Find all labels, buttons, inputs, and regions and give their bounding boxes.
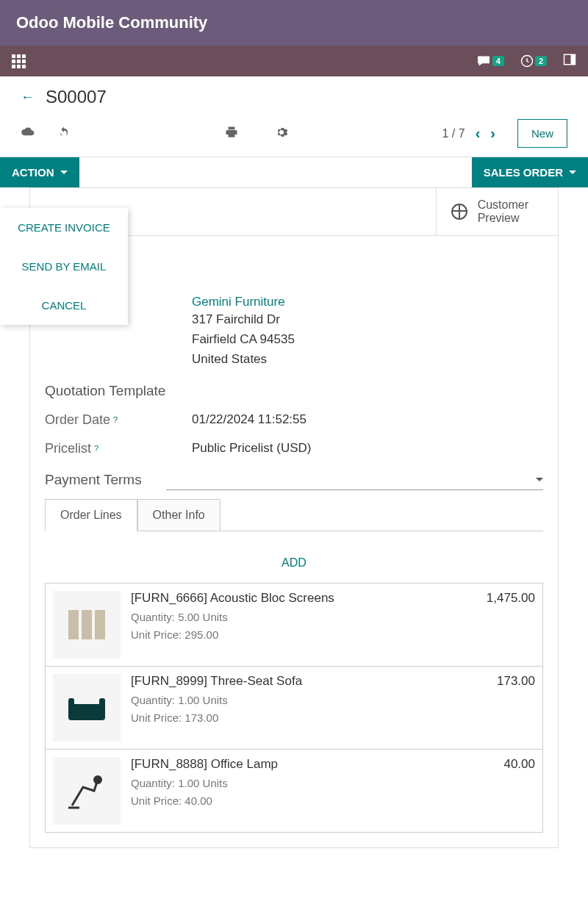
order-date-value: 01/22/2024 11:52:55 (192, 412, 543, 427)
printer-icon (225, 126, 238, 139)
panel-toggle-button[interactable] (563, 53, 576, 69)
svg-point-9 (93, 775, 102, 784)
payment-terms-select[interactable] (166, 470, 543, 490)
print-button[interactable] (225, 126, 238, 142)
quotation-template-label: Quotation Template (45, 383, 165, 399)
new-button[interactable]: New (517, 119, 567, 148)
action-menu: CREATE INVOICE SEND BY EMAIL CANCEL (0, 208, 128, 325)
action-create-invoice[interactable]: CREATE INVOICE (0, 208, 128, 247)
undo-icon (57, 126, 71, 139)
tab-other-info[interactable]: Other Info (137, 499, 220, 531)
tab-content: ADD [FURN_6666] Acoustic Bloc Screens Qu… (45, 531, 543, 833)
discard-button[interactable] (57, 126, 71, 142)
action-dropdown-button[interactable]: ACTION (0, 157, 79, 187)
svg-rect-3 (68, 610, 79, 639)
gear-icon (275, 126, 288, 139)
chevron-down-icon (536, 478, 543, 481)
tabs: Order Lines Other Info (45, 499, 543, 531)
svg-rect-2 (571, 54, 576, 65)
action-cancel[interactable]: CANCEL (0, 286, 128, 325)
pager-prev-button[interactable]: ‹ (476, 125, 481, 142)
sales-order-dropdown-button[interactable]: SALES ORDER (472, 157, 588, 187)
line-price: Unit Price: 295.00 (131, 626, 476, 644)
apps-icon[interactable] (12, 54, 26, 68)
line-price: Unit Price: 40.00 (131, 792, 493, 810)
chevron-down-icon (569, 171, 576, 174)
line-title: [FURN_8888] Office Lamp (131, 757, 493, 772)
svg-rect-7 (68, 698, 74, 713)
cloud-button[interactable] (21, 126, 35, 141)
chevron-down-icon (60, 171, 68, 174)
pager: 1 / 7 ‹ › (442, 125, 495, 142)
activities-button[interactable]: 2 (520, 54, 547, 68)
customer-preview-button[interactable]: Customer Preview (437, 188, 558, 235)
order-date-label: Order Date (45, 412, 110, 428)
activities-badge: 2 (535, 56, 547, 66)
customer-link[interactable]: Gemini Furniture (192, 295, 543, 309)
address-line-1: 317 Fairchild Dr (192, 309, 543, 329)
app-title: Odoo Mobile Community (16, 13, 207, 32)
line-total: 1,475.00 (487, 591, 535, 659)
order-line-row[interactable]: [FURN_8999] Three-Seat Sofa Quantity: 1.… (46, 667, 542, 750)
order-lines-list: [FURN_6666] Acoustic Bloc Screens Quanti… (45, 583, 543, 833)
order-line-row[interactable]: [FURN_8888] Office Lamp Quantity: 1.00 U… (46, 750, 542, 832)
cloud-icon (21, 126, 35, 138)
help-icon[interactable]: ? (94, 444, 98, 453)
order-line-row[interactable]: [FURN_6666] Acoustic Bloc Screens Quanti… (46, 584, 542, 667)
line-price: Unit Price: 173.00 (131, 709, 487, 727)
line-total: 40.00 (503, 757, 535, 825)
line-qty: Quantity: 1.00 Units (131, 692, 487, 709)
status-bar: ACTION SALES ORDER (0, 157, 588, 187)
pager-text: 1 / 7 (442, 127, 465, 140)
product-image (53, 591, 121, 659)
chat-icon (476, 55, 491, 67)
messages-badge: 4 (492, 56, 504, 66)
app-header: Odoo Mobile Community (0, 0, 588, 46)
preview-label-2: Preview (478, 212, 528, 225)
product-image (53, 674, 121, 742)
line-title: [FURN_8999] Three-Seat Sofa (131, 674, 487, 689)
line-total: 173.00 (497, 674, 535, 742)
record-title: S00007 (46, 87, 107, 107)
form-body: Customer Gemini Furniture 317 Fairchild … (30, 236, 558, 847)
globe-icon (451, 204, 467, 220)
settings-button[interactable] (275, 126, 288, 142)
sales-order-label: SALES ORDER (484, 166, 563, 179)
preview-label-1: Customer (478, 198, 528, 212)
customer-address: 317 Fairchild Dr Fairfield CA 94535 Unit… (192, 309, 543, 370)
line-qty: Quantity: 5.00 Units (131, 609, 476, 626)
back-arrow-icon[interactable]: ← (21, 90, 34, 105)
line-qty: Quantity: 1.00 Units (131, 775, 493, 792)
breadcrumb: ← S00007 (0, 76, 588, 113)
address-line-2: Fairfield CA 94535 (192, 329, 543, 349)
panel-icon (563, 53, 576, 66)
help-icon[interactable]: ? (113, 415, 118, 424)
add-line-button[interactable]: ADD (45, 546, 543, 583)
svg-rect-8 (99, 698, 105, 713)
svg-rect-5 (95, 610, 105, 639)
action-label: ACTION (12, 166, 54, 179)
tab-order-lines[interactable]: Order Lines (45, 499, 137, 531)
payment-terms-label: Payment Terms (45, 472, 166, 488)
action-send-by-email[interactable]: SEND BY EMAIL (0, 247, 128, 286)
pricelist-value: Public Pricelist (USD) (192, 441, 543, 456)
toolbar: 1 / 7 ‹ › New (0, 113, 588, 157)
pricelist-label: Pricelist (45, 441, 91, 456)
address-line-3: United States (192, 349, 543, 369)
messages-button[interactable]: 4 (476, 55, 504, 67)
nav-bar: 4 2 (0, 46, 588, 76)
svg-rect-4 (82, 610, 92, 639)
product-image (53, 757, 121, 825)
line-title: [FURN_6666] Acoustic Bloc Screens (131, 591, 476, 606)
clock-icon (520, 54, 534, 68)
pager-next-button[interactable]: › (490, 125, 495, 142)
